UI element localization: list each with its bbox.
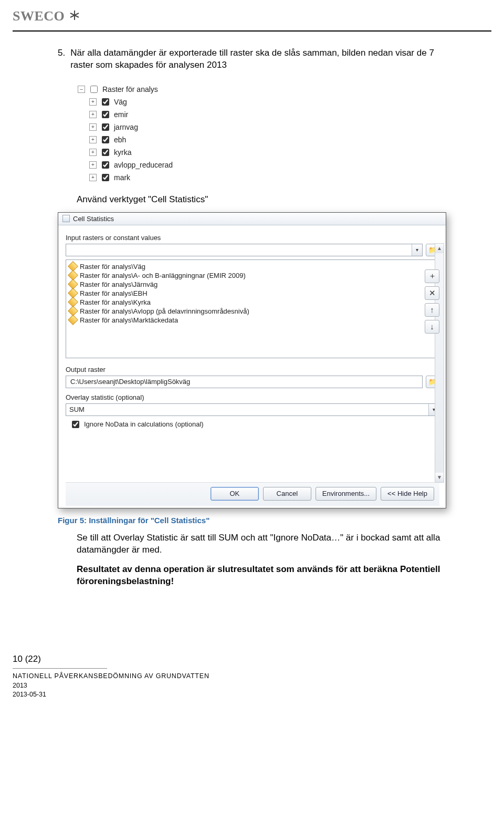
layer-label: Väg <box>114 98 127 106</box>
figure-caption: Figur 5: Inställningar för "Cell Statist… <box>58 516 446 525</box>
expand-icon[interactable]: + <box>89 149 97 156</box>
brand-word: SWECO <box>13 8 65 24</box>
layer-label: kyrka <box>114 148 131 157</box>
group-label: Raster för analys <box>102 85 158 93</box>
add-button[interactable]: ＋ <box>425 269 439 283</box>
move-up-button[interactable]: ↑ <box>425 303 439 317</box>
layer-checkbox[interactable] <box>102 123 109 131</box>
footer-date: 2013-05-31 <box>13 690 491 700</box>
expand-icon[interactable]: + <box>89 161 97 169</box>
list-item: Raster för analys\Järnväg <box>69 280 436 289</box>
footer-title: NATIONELL PÅVERKANSBEDÖMNING AV GRUNDVAT… <box>13 672 491 681</box>
layer-checkbox[interactable] <box>102 161 109 169</box>
plus-icon: ＋ <box>428 271 436 281</box>
paragraph-2: Resultatet av denna operation är slutres… <box>77 564 446 588</box>
dialog-titlebar[interactable]: Cell Statistics <box>58 213 446 225</box>
layer-row: +Väg <box>89 96 446 108</box>
page-footer: 10 (22) NATIONELL PÅVERKANSBEDÖMNING AV … <box>0 606 504 712</box>
overlay-stat-combo[interactable]: SUM ▾ <box>66 403 439 416</box>
input-rasters-combo[interactable]: ▾ <box>66 244 423 256</box>
dialog-title: Cell Statistics <box>73 215 114 223</box>
layer-label: ebh <box>114 136 126 144</box>
collapse-icon[interactable]: – <box>78 86 85 93</box>
layer-row: +avlopp_reducerad <box>89 159 446 171</box>
layer-checkbox[interactable] <box>102 149 109 156</box>
group-checkbox[interactable] <box>90 86 98 93</box>
cell-statistics-dialog: Cell Statistics ▲ ▼ Input rasters or con… <box>58 212 446 508</box>
expand-icon[interactable]: + <box>89 98 97 106</box>
expand-icon[interactable]: + <box>89 123 97 131</box>
output-raster-label: Output raster <box>66 366 439 373</box>
page-number: 10 (22) <box>13 653 491 666</box>
layer-row: +ebh <box>89 133 446 146</box>
layer-label: emir <box>114 110 128 119</box>
ignore-nodata-label: Ignore NoData in calculations (optional) <box>84 420 204 428</box>
cancel-button[interactable]: Cancel <box>263 487 311 501</box>
footer-year: 2013 <box>13 681 491 691</box>
layer-label: jarnvag <box>114 123 138 131</box>
tool-icon <box>62 215 70 222</box>
step-body: När alla datamängder är exporterade till… <box>70 47 446 71</box>
expand-icon[interactable]: + <box>89 174 97 181</box>
expand-icon[interactable]: + <box>89 136 97 143</box>
page-header: SWECO <box>0 0 504 27</box>
list-side-buttons: ＋ ✕ ↑ ↓ <box>425 269 439 334</box>
layer-checkbox[interactable] <box>102 98 109 106</box>
ok-button[interactable]: OK <box>211 487 259 501</box>
input-rasters-list[interactable]: Raster för analys\Väg Raster för analys\… <box>66 259 439 358</box>
layer-checkbox[interactable] <box>102 111 109 118</box>
x-icon: ✕ <box>429 288 436 298</box>
hide-help-button[interactable]: << Hide Help <box>381 487 434 501</box>
remove-button[interactable]: ✕ <box>425 286 439 300</box>
list-item: Raster för analys\EBH <box>69 289 436 298</box>
layer-row: +kyrka <box>89 146 446 159</box>
overlay-stat-label: Overlay statistic (optional) <box>66 393 439 401</box>
list-item: Raster för analys\Avlopp (på delavrinnin… <box>69 307 436 316</box>
paragraph-1: Se till att Overlay Statistic är satt ti… <box>77 532 446 556</box>
use-tool-text: Använd verktyget "Cell Statistics" <box>77 194 446 205</box>
layer-label: avlopp_reducerad <box>114 161 173 169</box>
scroll-down-icon[interactable]: ▼ <box>435 473 444 482</box>
toc-layers-panel: – Raster för analys +Väg +emir +jarnvag … <box>78 83 446 184</box>
scroll-up-icon[interactable]: ▲ <box>435 244 444 253</box>
list-item: Raster för analys\A- och B-anläggningnar… <box>69 271 436 280</box>
svg-point-0 <box>74 14 76 16</box>
chevron-down-icon[interactable]: ▾ <box>412 244 422 256</box>
list-item: Raster för analys\Väg <box>69 262 436 271</box>
environments-button[interactable]: Environments... <box>316 487 376 501</box>
ignore-nodata-checkbox[interactable] <box>72 421 79 428</box>
layer-row: +mark <box>89 171 446 184</box>
output-raster-field[interactable]: C:\Users\seanjt\Desktop\lämpligSökväg <box>66 376 423 388</box>
layer-checkbox[interactable] <box>102 136 109 143</box>
layer-label: mark <box>114 173 130 182</box>
layer-checkbox[interactable] <box>102 174 109 181</box>
brand-icon <box>69 9 80 23</box>
step-number: 5. <box>58 47 65 71</box>
move-down-button[interactable]: ↓ <box>425 320 439 334</box>
overlay-stat-value: SUM <box>66 404 428 415</box>
step-5-text: 5. När alla datamängder är exporterade t… <box>58 47 446 71</box>
raster-icon <box>68 315 78 325</box>
layer-row: +jarnvag <box>89 121 446 133</box>
arrow-down-icon: ↓ <box>430 322 434 331</box>
expand-icon[interactable]: + <box>89 111 97 118</box>
list-item: Raster för analys\Marktäckedata <box>69 316 436 325</box>
list-item: Raster för analys\Kyrka <box>69 298 436 307</box>
input-rasters-label: Input rasters or constant values <box>66 234 439 242</box>
arrow-up-icon: ↑ <box>430 305 434 314</box>
layer-row: +emir <box>89 108 446 121</box>
